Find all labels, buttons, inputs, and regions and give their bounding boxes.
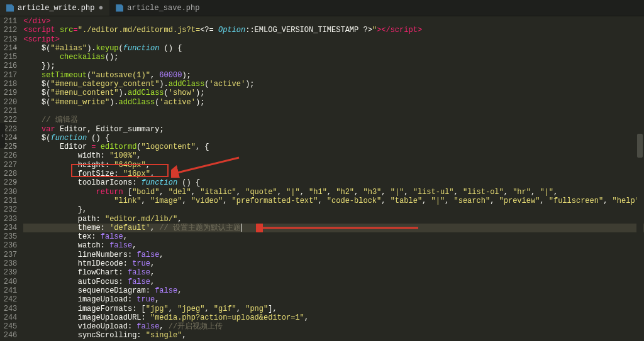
line-number[interactable]: 212 (0, 26, 17, 35)
code-line[interactable]: htmlDecode: true, (23, 259, 644, 268)
code-line[interactable]: theme: 'default', // 设置主题为默认主题 (23, 224, 644, 232)
line-number[interactable]: 230 (0, 188, 17, 197)
line-number[interactable]: 218 (0, 80, 17, 89)
line-number[interactable]: 240 (0, 278, 17, 286)
line-number[interactable]: 226 (0, 151, 17, 160)
code-line[interactable]: autoFocus: false, (23, 278, 644, 286)
tab-article-save[interactable]: article_save.php (109, 0, 206, 16)
sidebar-toggle[interactable]: ‹ (0, 123, 5, 148)
line-number[interactable]: 237 (0, 251, 17, 259)
code-line[interactable]: }, (23, 205, 644, 214)
tab-bar: article_write.php ● article_save.php (0, 0, 644, 16)
code-line[interactable]: ▾ $("#alias").keyup(function () { (23, 44, 644, 53)
code-line[interactable]: videoUpload: false, //开启视频上传 (23, 322, 644, 331)
code-line[interactable]: tex: false, (23, 232, 644, 241)
code-line[interactable]: </div> (23, 17, 644, 26)
code-line[interactable]: flowChart: false, (23, 268, 644, 277)
code-line[interactable]: // 编辑器 (23, 116, 644, 124)
line-number[interactable]: 246 (0, 331, 17, 340)
code-line[interactable]: ▾ Editor = editormd("logcontent", { (23, 143, 644, 151)
vertical-scrollbar[interactable] (636, 16, 643, 340)
code-line[interactable]: $("#menu_category_content").addClass('ac… (23, 80, 644, 89)
fold-marker-icon[interactable]: ▾ (14, 143, 20, 151)
code-line[interactable]: "link", "image", "video", "preformatted-… (23, 197, 644, 205)
scroll-thumb[interactable] (637, 134, 643, 158)
line-number[interactable]: 216 (0, 62, 17, 70)
line-number[interactable]: 245 (0, 322, 17, 331)
line-number[interactable]: 221 (0, 107, 17, 116)
code-line[interactable] (23, 107, 644, 116)
code-line[interactable]: $("#menu_content").addClass('show'); (23, 89, 644, 97)
fold-marker-icon[interactable]: ▾ (14, 35, 20, 44)
code-line[interactable]: return ["bold", "del", "italic", "quote"… (23, 188, 644, 197)
code-line[interactable]: $("#menu_write").addClass('active'); (23, 98, 644, 107)
code-line[interactable]: sequenceDiagram: false, (23, 286, 644, 295)
code-line[interactable]: ▾ $(function () { (23, 134, 644, 143)
code-line[interactable]: imageUpload: true, (23, 295, 644, 304)
code-line[interactable]: ▾ toolbarIcons: function () { (23, 178, 644, 187)
code-line[interactable]: lineNumbers: false, (23, 251, 644, 259)
line-number[interactable]: 236 (0, 241, 17, 250)
line-number[interactable]: 244 (0, 313, 17, 322)
line-number[interactable]: 219 (0, 89, 17, 97)
tab-article-write[interactable]: article_write.php ● (0, 0, 109, 16)
line-number[interactable]: 217 (0, 71, 17, 80)
code-line[interactable]: width: "100%", (23, 151, 644, 160)
code-line[interactable]: watch: false, (23, 241, 644, 250)
chevron-left-icon: ‹ (1, 133, 4, 139)
fold-marker-icon[interactable]: ▾ (14, 134, 20, 143)
code-line[interactable]: syncScrolling: "single", (23, 331, 644, 340)
line-number[interactable]: 235 (0, 232, 17, 241)
code-content[interactable]: </div><script src="./editor.md/editormd.… (23, 16, 644, 341)
line-number[interactable]: 228 (0, 170, 17, 178)
line-number[interactable]: 242 (0, 295, 17, 304)
code-line[interactable]: imageFormats: ["jpg", "jpeg", "gif", "pn… (23, 305, 644, 313)
code-line[interactable]: fontSize: "16px", (23, 170, 644, 178)
line-number[interactable]: 220 (0, 98, 17, 107)
line-number[interactable]: 211 (0, 17, 17, 26)
line-number[interactable]: 234 (0, 224, 17, 232)
line-number[interactable]: 233 (0, 215, 17, 224)
code-line[interactable]: path: "editor.md/lib/", (23, 215, 644, 224)
tab-label: article_write.php (18, 4, 94, 13)
code-line[interactable]: ▾<script> (23, 35, 644, 44)
fold-marker-icon[interactable]: ▾ (14, 178, 20, 187)
line-number[interactable]: 227 (0, 161, 17, 170)
php-file-icon (6, 4, 14, 12)
line-number[interactable]: 239 (0, 268, 17, 277)
editor-area: 2112122132142152162172182192202212222232… (0, 16, 644, 341)
line-number[interactable]: 232 (0, 205, 17, 214)
code-line[interactable]: checkalias(); (23, 53, 644, 62)
text-cursor (241, 224, 242, 232)
code-line[interactable]: var Editor, Editor_summary; (23, 125, 644, 134)
code-line[interactable]: }); (23, 62, 644, 70)
line-number[interactable]: 243 (0, 305, 17, 313)
tab-label: article_save.php (127, 4, 199, 13)
fold-marker-icon[interactable]: ▾ (14, 44, 20, 53)
code-line[interactable]: height: "640px", (23, 161, 644, 170)
line-number[interactable]: 215 (0, 53, 17, 62)
line-number[interactable]: 231 (0, 197, 17, 205)
php-file-icon (116, 4, 123, 12)
code-line[interactable]: imageUploadURL: "media.php?action=upload… (23, 313, 644, 322)
code-line[interactable]: <script src="./editor.md/editormd.js?t=<… (23, 26, 644, 35)
code-line[interactable]: setTimeout("autosave(1)", 60000); (23, 71, 644, 80)
line-number[interactable]: 241 (0, 286, 17, 295)
dirty-indicator-icon: ● (98, 3, 103, 13)
line-number[interactable]: 238 (0, 259, 17, 268)
